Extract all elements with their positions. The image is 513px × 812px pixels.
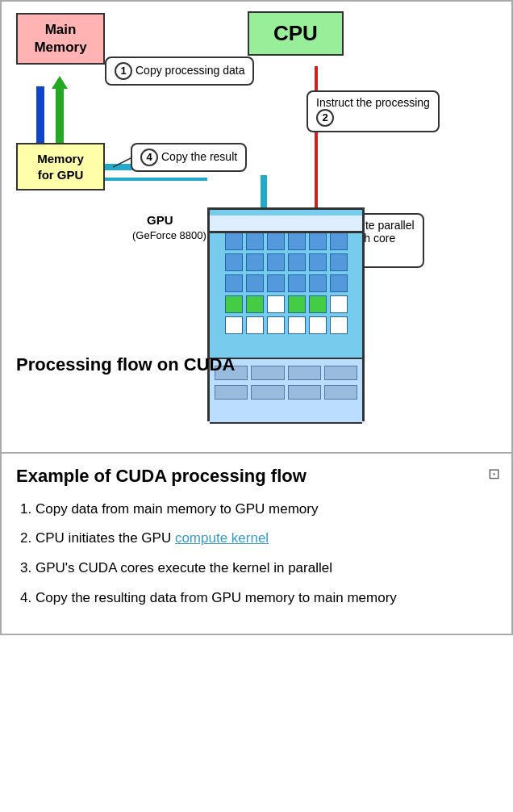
core-white	[309, 316, 327, 334]
step-3-text: GPU's CUDA cores execute the kernel in p…	[35, 560, 332, 576]
core-green	[225, 295, 243, 313]
core-white	[330, 295, 348, 313]
diagram-section: Main Memory CPU Memoryfor GPU 1Copy proc…	[2, 2, 511, 454]
list-item: Copy data from main memory to GPU memory	[35, 500, 497, 520]
bottom-cell	[251, 366, 284, 380]
core	[225, 274, 243, 292]
cpu-label: CPU	[273, 21, 318, 45]
core	[246, 253, 264, 271]
bottom-row-2	[215, 385, 357, 400]
core	[225, 232, 243, 250]
core-white	[330, 316, 348, 334]
core	[246, 274, 264, 292]
bottom-section: Example of CUDA processing flow ⊡ Copy d…	[2, 454, 511, 634]
cpu-box: CPU	[248, 11, 344, 56]
callout-2: Instruct the processing 2	[307, 90, 440, 132]
core-white	[225, 316, 243, 334]
callout-1-num: 1	[115, 62, 132, 80]
core	[288, 253, 306, 271]
core	[309, 253, 327, 271]
callout-1: 1Copy processing data	[105, 57, 254, 86]
bottom-title: Example of CUDA processing flow	[16, 465, 497, 488]
gpu-chip-diagram	[207, 207, 365, 421]
callout-4-text: Copy the result	[161, 150, 237, 163]
bottom-cell	[251, 385, 284, 400]
bottom-cell	[324, 366, 357, 380]
callout-4: 4Copy the result	[131, 143, 247, 172]
core-white	[246, 316, 264, 334]
flow-text: Processing flow on CUDA	[16, 353, 235, 378]
core	[267, 232, 285, 250]
gpu-sublabel: (GeForce 8800)	[132, 229, 206, 241]
core-green	[246, 295, 264, 313]
core	[288, 274, 306, 292]
bottom-cell	[288, 385, 321, 400]
core	[267, 274, 285, 292]
main-memory-label: Main Memory	[34, 22, 86, 55]
svg-line-12	[113, 157, 132, 167]
step-4-text: Copy the resulting data from GPU memory …	[35, 590, 397, 605]
cores-row-5	[225, 316, 348, 334]
core	[225, 253, 243, 271]
callout-4-num: 4	[140, 149, 158, 166]
svg-marker-3	[52, 76, 68, 89]
bottom-cell	[215, 385, 248, 400]
list-item: Copy the resulting data from GPU memory …	[35, 588, 497, 609]
step-1-text: Copy data from main memory to GPU memory	[35, 501, 318, 517]
gpu-memory-box: Memoryfor GPU	[16, 143, 105, 190]
gpu-base	[207, 216, 365, 233]
core	[309, 232, 327, 250]
core	[288, 232, 306, 250]
core	[246, 232, 264, 250]
main-container: Main Memory CPU Memoryfor GPU 1Copy proc…	[0, 0, 513, 635]
bottom-cell	[324, 385, 357, 400]
core	[267, 253, 285, 271]
core-white	[288, 316, 306, 334]
cores-row-4	[225, 295, 348, 313]
callout-1-text: Copy processing data	[136, 64, 244, 77]
list-item: CPU initiates the GPU compute kernel	[35, 529, 497, 549]
list-item: GPU's CUDA cores execute the kernel in p…	[35, 559, 497, 579]
step-2-text-before: CPU initiates the GPU	[35, 530, 175, 546]
bottom-row-1	[215, 366, 357, 380]
bottom-cell	[288, 366, 321, 380]
callout-2-num: 2	[316, 109, 334, 127]
callout-2-text: Instruct the processing	[316, 96, 430, 109]
core	[330, 253, 348, 271]
cores-row-3	[225, 274, 348, 292]
expand-icon[interactable]: ⊡	[488, 465, 500, 483]
core	[330, 274, 348, 292]
compute-kernel-link[interactable]: compute kernel	[175, 530, 269, 546]
core	[330, 232, 348, 250]
core-white	[267, 316, 285, 334]
gpu-label: GPU	[147, 213, 173, 227]
core-green	[309, 295, 327, 313]
cores-row-1	[225, 232, 348, 250]
gpu-memory-label: Memoryfor GPU	[37, 152, 84, 182]
main-memory-box: Main Memory	[16, 13, 105, 65]
core-green	[288, 295, 306, 313]
steps-list: Copy data from main memory to GPU memory…	[16, 500, 497, 609]
cores-row-2	[225, 253, 348, 271]
core-white	[267, 295, 285, 313]
core	[309, 274, 327, 292]
